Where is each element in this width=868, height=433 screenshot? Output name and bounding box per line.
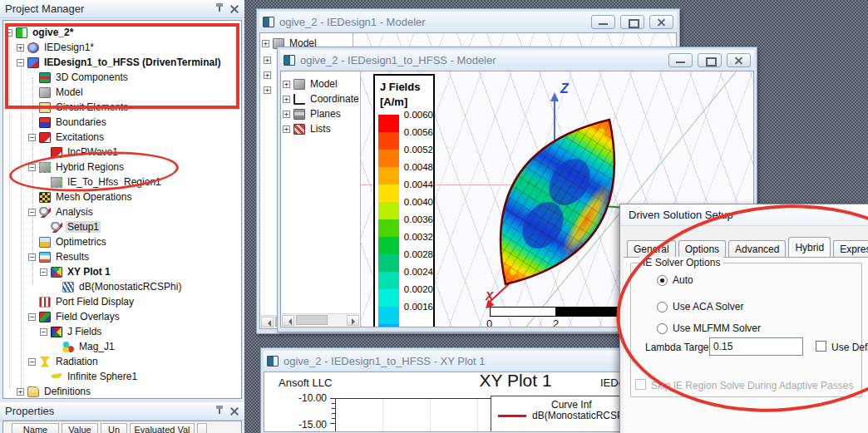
tree-item-setup1[interactable]: Setup1 — [3, 219, 241, 234]
modeler2-title: ogive_2 - IEDesign1_to_HFSS - Modeler — [300, 54, 663, 66]
radio-icon[interactable] — [657, 323, 668, 334]
tree-item-coordinate[interactable]: Coordinate — [281, 91, 360, 106]
expander-icon[interactable] — [28, 209, 36, 216]
tree-item-results[interactable]: Results — [3, 249, 241, 264]
dialog-title-bar[interactable]: Driven Solution Setup — [620, 204, 868, 226]
tree-item-infinite-sphere1[interactable]: Infinite Sphere1 — [3, 369, 241, 384]
scroll-right-icon[interactable] — [347, 315, 359, 326]
tree-item-lists[interactable]: Lists — [281, 121, 360, 136]
properties-column-header[interactable]: Evaluated Val — [130, 423, 195, 433]
tree-item-definitions[interactable]: Definitions — [3, 384, 241, 399]
tree-item-boundaries[interactable]: Boundaries — [3, 115, 241, 130]
properties-column-header[interactable] — [197, 423, 207, 433]
tree-item-label: IEDesign1* — [42, 42, 96, 53]
expander-icon[interactable] — [40, 268, 47, 276]
tree-item-planes[interactable]: Planes — [281, 106, 360, 121]
tree-item-ie-to-hfss-region1[interactable]: IE_To_Hfss_Region1 — [3, 175, 241, 189]
modeler2-horizontal-scrollbar[interactable] — [282, 313, 359, 326]
modeler1-title-bar[interactable]: ogive_2 - IEDesign1 - Modeler — [259, 12, 677, 32]
radio-row-auto[interactable]: Auto — [657, 274, 693, 286]
pin-icon[interactable] — [215, 406, 224, 417]
hfss-application-window: ogive_2 - IEDesign1 - Modeler Model ogiv — [0, 0, 868, 433]
expander-icon[interactable] — [28, 134, 36, 141]
scroll-left-icon[interactable] — [261, 317, 274, 327]
tree-item-model[interactable]: Model — [3, 85, 241, 100]
project-manager-header[interactable]: Project Manager — [0, 0, 244, 18]
tree-item-incpwave1[interactable]: IncPWave1 — [3, 145, 241, 160]
hybrid-icon — [39, 162, 51, 173]
close-button[interactable] — [727, 53, 751, 67]
modeler2-title-bar[interactable]: ogive_2 - IEDesign1_to_HFSS - Modeler — [280, 50, 754, 71]
expander-icon[interactable] — [17, 44, 24, 52]
tab-general[interactable]: General — [627, 240, 676, 257]
tab-advanced[interactable]: Advanced — [728, 240, 786, 257]
expander-icon[interactable] — [264, 86, 271, 94]
minimize-button[interactable] — [668, 53, 693, 67]
window-icon — [263, 17, 274, 27]
tree-item-iedesign1[interactable]: IEDesign1* — [3, 40, 241, 55]
properties-column-header[interactable]: Name — [12, 423, 59, 433]
tree-item-circuit-elements[interactable]: Circuit Elements — [3, 100, 241, 115]
tree-item-ogive-2[interactable]: ogive_2* — [3, 25, 241, 40]
tree-item-xy-plot-1[interactable]: XY Plot 1 — [3, 264, 241, 279]
tree-item-field-overlays[interactable]: Field Overlays — [3, 309, 241, 324]
legend-value: 0.0036 — [402, 214, 433, 224]
tab-options[interactable]: Options — [678, 240, 726, 257]
minimize-button[interactable] — [591, 15, 615, 29]
tree-item-3d-components[interactable]: 3D Components — [3, 70, 241, 85]
curve-label: dB(MonostaticRCSPhi — [532, 410, 631, 421]
radio-row-use-aca-solver[interactable]: Use ACA Solver — [657, 301, 743, 312]
properties-column-header[interactable]: Un — [101, 423, 127, 433]
expander-icon[interactable] — [283, 96, 290, 103]
expander-icon[interactable] — [264, 71, 271, 79]
properties-column-header[interactable]: Value — [62, 423, 98, 433]
use-default-checkbox[interactable] — [816, 341, 826, 352]
lambda-target-input[interactable] — [709, 337, 803, 356]
expander-icon[interactable] — [262, 40, 269, 47]
tree-item-db-monostatic-rcs-phi[interactable]: dB(MonostaticRCSPhi) — [3, 279, 241, 294]
expander-icon[interactable] — [28, 358, 36, 366]
expander-icon[interactable] — [283, 125, 290, 133]
expander-icon[interactable] — [17, 388, 24, 396]
tree-item-analysis[interactable]: Analysis — [3, 204, 241, 219]
expander-icon[interactable] — [40, 328, 47, 336]
tree-item-model[interactable]: Model — [281, 76, 360, 91]
pin-icon[interactable] — [215, 3, 224, 15]
expander-icon[interactable] — [5, 29, 12, 37]
radio-row-use-mlfmm-solver[interactable]: Use MLFMM Solver — [657, 322, 761, 334]
close-icon[interactable] — [229, 406, 239, 416]
expander-icon[interactable] — [283, 81, 290, 88]
expander-icon[interactable] — [17, 59, 24, 66]
gridline — [430, 399, 431, 431]
radio-icon[interactable] — [657, 302, 668, 312]
tree-item-iedesign1-to-hfss[interactable]: IEDesign1_to_HFSS (DrivenTerminal) — [3, 55, 241, 70]
tree-item-j-fields[interactable]: J Fields — [3, 324, 241, 339]
tree-item-excitations[interactable]: Excitations — [3, 130, 241, 145]
expander-icon[interactable] — [283, 111, 290, 118]
radio-icon[interactable] — [657, 275, 668, 286]
tab-hybrid[interactable]: Hybrid — [788, 237, 831, 257]
tree-item-radiation[interactable]: Radiation — [3, 354, 241, 369]
close-icon[interactable] — [229, 4, 239, 14]
tree-item-mesh-operations[interactable]: Mesh Operations — [3, 189, 241, 204]
scroll-thumb[interactable] — [296, 315, 328, 325]
properties-header[interactable]: Properties — [0, 402, 244, 421]
tree-item-optimetrics[interactable]: Optimetrics — [3, 234, 241, 249]
minor-tick — [332, 408, 335, 409]
restore-button[interactable] — [620, 15, 644, 29]
tree-item-port-field-display[interactable]: Port Field Display — [3, 294, 241, 309]
expander-icon[interactable] — [28, 164, 36, 171]
tree-item-label: Field Overlays — [54, 311, 121, 322]
tab-expression-cache[interactable]: Expression Cache — [833, 240, 868, 257]
close-button[interactable] — [649, 15, 673, 29]
restore-button[interactable] — [698, 53, 722, 67]
tree-item-mag-j1[interactable]: Mag_J1 — [3, 339, 241, 354]
expander-icon[interactable] — [264, 57, 271, 64]
expander-icon[interactable] — [28, 253, 36, 261]
legend-unit: [A/m] — [380, 96, 407, 108]
tree-item-hybrid-regions[interactable]: Hybrid Regions — [3, 160, 241, 175]
scroll-left-icon[interactable] — [282, 315, 294, 326]
expander-icon[interactable] — [28, 313, 36, 321]
tree-item-label: Infinite Sphere1 — [66, 371, 139, 382]
legend-value: 0.0060 — [402, 110, 433, 120]
